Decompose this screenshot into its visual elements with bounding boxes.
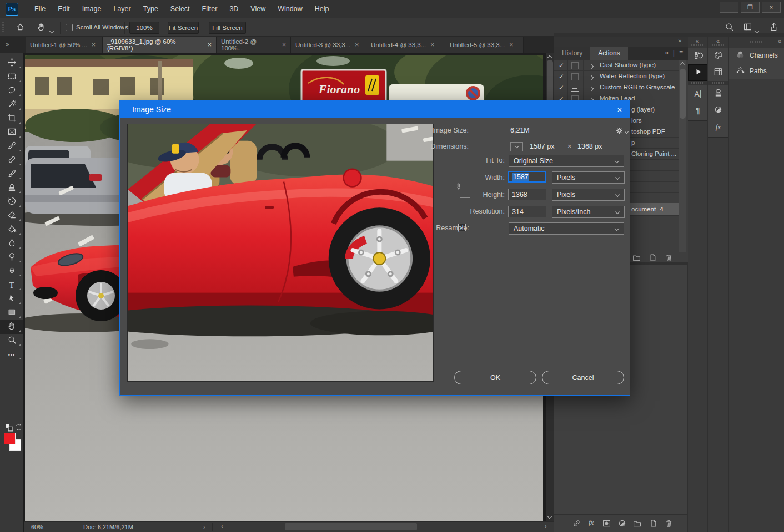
fit-to-select[interactable]: Original Size	[509, 155, 624, 167]
dodge-tool[interactable]	[0, 251, 23, 265]
actions-scroll-thumb[interactable]	[680, 69, 686, 119]
clone-stamp-tool[interactable]	[0, 181, 23, 195]
panel-menu-icon[interactable]: ≡	[679, 49, 683, 57]
expand-chevron-icon[interactable]	[589, 87, 594, 91]
action-row[interactable]: ✓ Custom RGB to Grayscale	[554, 82, 679, 93]
libraries-panel-button[interactable]	[708, 85, 728, 102]
zoom-level[interactable]: 60%	[31, 524, 43, 530]
link-layers-icon[interactable]	[572, 519, 581, 530]
ok-button[interactable]: OK	[454, 371, 536, 384]
scroll-up-icon[interactable]	[547, 55, 552, 60]
crop-tool[interactable]	[0, 112, 23, 126]
hand-tool-icon[interactable]	[37, 22, 46, 34]
new-layer-icon[interactable]	[649, 519, 658, 530]
styles-panel-button[interactable]: fx	[708, 119, 728, 135]
collapse-icon[interactable]: «	[696, 38, 698, 44]
menu-3d[interactable]: 3D	[223, 1, 244, 17]
scroll-up-icon[interactable]	[680, 62, 685, 67]
grip[interactable]	[712, 44, 725, 46]
tab-history[interactable]: History	[554, 47, 590, 60]
tab-untitled-4[interactable]: Untitled-4 @ 33,3... ×	[366, 37, 445, 53]
move-tool[interactable]	[0, 57, 23, 70]
tab-actions[interactable]: Actions	[590, 47, 627, 60]
dialog-toggle-box[interactable]	[571, 73, 579, 80]
tab-close-icon[interactable]: ×	[430, 41, 434, 49]
maximize-button[interactable]: ❐	[741, 2, 760, 13]
dialog-options-button[interactable]	[615, 126, 628, 138]
grip[interactable]	[691, 44, 705, 46]
horizontal-scrollbar[interactable]	[229, 523, 556, 531]
layer-mask-icon[interactable]	[602, 519, 611, 530]
panel-expand-icon[interactable]: »	[665, 49, 669, 57]
status-expand-icon[interactable]: ›	[203, 524, 205, 530]
eyedropper-tool[interactable]	[0, 140, 23, 154]
check-icon[interactable]: ✓	[559, 73, 564, 80]
expand-chevron-icon[interactable]	[589, 64, 594, 69]
menu-filter[interactable]: Filter	[196, 1, 224, 17]
panel-group-header[interactable]: »	[554, 37, 688, 47]
minimize-button[interactable]: –	[720, 2, 738, 13]
new-set-folder-icon[interactable]	[632, 253, 641, 265]
zoom-tool[interactable]	[0, 334, 23, 348]
check-icon[interactable]: ✓	[559, 62, 564, 69]
height-unit-select[interactable]: Pixels	[552, 189, 625, 201]
menu-file[interactable]: File	[28, 1, 52, 17]
tab-close-icon[interactable]: ×	[208, 41, 212, 49]
paths-panel-button[interactable]: Paths	[729, 63, 784, 79]
column-header[interactable]: «	[708, 37, 728, 48]
new-group-icon[interactable]	[632, 519, 642, 530]
history-brush-tool[interactable]	[0, 195, 23, 209]
document-info-box[interactable]: Doc: 6,21M/6,21M ›	[49, 523, 213, 531]
menu-edit[interactable]: Edit	[52, 1, 76, 17]
tab-untitled-5[interactable]: Untitled-5 @ 33,3... ×	[445, 37, 524, 53]
menu-type[interactable]: Type	[137, 1, 164, 17]
constrain-proportions-icon[interactable]	[455, 180, 464, 191]
pen-tool[interactable]	[0, 265, 23, 278]
tab-9109633-active[interactable]: _9109633_1.jpg @ 60% (RGB/8*) ×	[103, 37, 217, 53]
action-row[interactable]: ✓ Water Reflection (type)	[554, 71, 679, 82]
healing-brush-tool[interactable]	[0, 154, 23, 168]
marquee-tool[interactable]	[0, 70, 23, 84]
actions-panel-button[interactable]	[688, 64, 707, 81]
fit-screen-button[interactable]: Fit Screen	[168, 22, 199, 34]
menu-select[interactable]: Select	[164, 1, 196, 17]
width-unit-select[interactable]: Pixels	[552, 171, 625, 184]
adjustment-layer-icon[interactable]	[617, 519, 627, 530]
delete-layer-icon[interactable]	[664, 519, 674, 530]
quick-selection-tool[interactable]	[0, 98, 23, 112]
tab-untitled-3[interactable]: Untitled-3 @ 33,3... ×	[291, 37, 366, 53]
channels-panel-button[interactable]: Channels	[729, 48, 784, 63]
options-bar-grip[interactable]	[2, 22, 4, 33]
actions-scrollbar[interactable]	[679, 60, 686, 252]
brush-tool[interactable]	[0, 168, 23, 181]
collapse-icon[interactable]: «	[778, 38, 781, 44]
gradient-tool[interactable]	[0, 223, 23, 237]
dialog-title-bar[interactable]: Image Size	[120, 101, 630, 118]
grip[interactable]	[750, 41, 763, 43]
character-panel-button[interactable]: A|	[688, 85, 707, 102]
paragraph-panel-button[interactable]: ¶	[688, 102, 707, 119]
frame-tool[interactable]	[0, 126, 23, 140]
collapse-icon[interactable]: «	[716, 38, 719, 44]
horizontal-scroll-thumb[interactable]	[285, 523, 417, 530]
menu-image[interactable]: Image	[76, 1, 108, 17]
modal-dialog-icon[interactable]	[571, 84, 579, 92]
foreground-color-swatch[interactable]	[4, 433, 16, 444]
tab-untitled-1[interactable]: Untitled-1 @ 50% ... ×	[26, 37, 103, 53]
width-input[interactable]: 1587	[508, 171, 546, 183]
scroll-down-icon[interactable]	[547, 514, 552, 519]
layer-style-icon[interactable]: fx	[589, 518, 594, 527]
column-header[interactable]: «	[729, 37, 784, 48]
tool-preset-chevron-icon[interactable]	[50, 25, 53, 35]
close-button[interactable]: ×	[762, 2, 781, 13]
tab-close-icon[interactable]: ×	[282, 41, 286, 49]
menu-help[interactable]: Help	[309, 1, 335, 17]
menu-view[interactable]: View	[244, 1, 272, 17]
eraser-tool[interactable]	[0, 209, 23, 223]
image-preview[interactable]	[127, 124, 434, 382]
type-tool[interactable]: T	[0, 278, 23, 292]
edit-toolbar[interactable]: •••	[0, 348, 23, 362]
hscroll-left-icon[interactable]: ‹	[221, 523, 223, 529]
tab-overflow-icon[interactable]: »	[6, 40, 9, 48]
delete-icon[interactable]	[664, 253, 674, 265]
